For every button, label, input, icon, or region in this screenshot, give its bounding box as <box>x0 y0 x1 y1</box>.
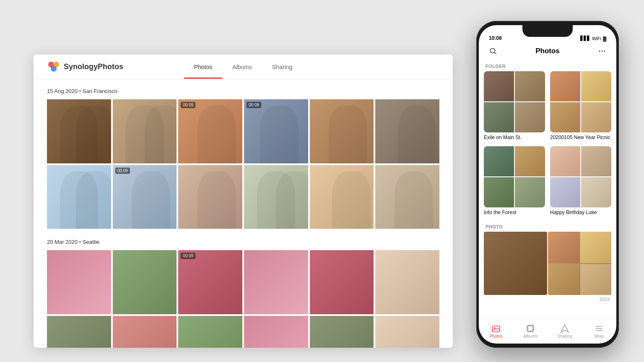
photo-cell[interactable]: 00:09 <box>244 99 308 163</box>
thumb-cell <box>515 177 545 207</box>
phone-screen: 10:08 ▋▋▋ WiFi ▓ Photos <box>479 25 616 344</box>
photo-cell[interactable] <box>244 250 308 314</box>
photo-cell[interactable]: 00:09 <box>178 250 242 314</box>
more-nav-icon <box>595 324 604 333</box>
sharing-nav-icon <box>560 324 569 333</box>
svg-marker-12 <box>561 325 569 332</box>
logo-text: SynologyPhotos <box>64 62 123 71</box>
folder-name: Happy Birthday Luke <box>550 209 611 216</box>
photo-cell[interactable] <box>310 316 374 348</box>
photo-placeholder <box>178 165 242 229</box>
photo-cell[interactable] <box>375 316 439 348</box>
folder-item-birthday[interactable]: Happy Birthday Luke <box>550 146 611 216</box>
photo-cell[interactable] <box>310 99 374 163</box>
thumb-cell <box>484 71 514 101</box>
more-icon[interactable] <box>596 45 608 57</box>
photo-placeholder <box>47 316 111 348</box>
photo-cell[interactable]: 00:09 <box>113 165 177 229</box>
photo-cell[interactable] <box>113 250 177 314</box>
desktop-app: SynologyPhotos Photos Albums Sharing 15 … <box>34 54 453 348</box>
folder-thumb <box>484 71 545 132</box>
phone-bottom-nav: Photos Albums Sharing <box>479 318 616 344</box>
thumb-cell <box>515 71 545 101</box>
bottom-nav-sharing[interactable]: Sharing <box>548 319 582 344</box>
photo-cell[interactable] <box>113 99 177 163</box>
photo-grid-seattle-row1: 00:09 <box>47 250 439 314</box>
svg-point-2 <box>51 66 57 72</box>
tab-sharing[interactable]: Sharing <box>262 55 302 79</box>
search-icon[interactable] <box>487 45 499 57</box>
thumb-cell <box>550 71 580 101</box>
phone-photo-cell[interactable] <box>580 264 612 295</box>
photo-placeholder <box>375 316 439 348</box>
tab-albums[interactable]: Albums <box>222 55 262 79</box>
wifi-icon: WiFi <box>592 36 601 41</box>
phone-photo-cell[interactable] <box>580 232 612 263</box>
photo-cell[interactable] <box>310 250 374 314</box>
photo-cell[interactable] <box>375 165 439 229</box>
photo-cell[interactable] <box>113 316 177 348</box>
folder-item-newyear[interactable]: 20200105 New Year Picnic <box>550 71 611 141</box>
photo-cell[interactable] <box>47 316 111 348</box>
photo-placeholder <box>47 99 111 163</box>
photo-cell[interactable] <box>178 316 242 348</box>
thumb-cell <box>484 102 514 132</box>
signal-icon: ▋▋▋ <box>580 36 590 41</box>
date-label-1: 15 Ang 2020 • San Francisco <box>47 88 439 94</box>
folder-item-exile[interactable]: Exile on Main St. <box>484 71 545 141</box>
phone-app-header: Photos <box>479 44 616 60</box>
photo-placeholder <box>310 165 374 229</box>
bottom-nav-albums[interactable]: Albums <box>513 319 548 344</box>
photo-cell[interactable] <box>47 250 111 314</box>
folder-name: 20200105 New Year Picnic <box>550 134 611 141</box>
phone-wrapper: 10:08 ▋▋▋ WiFi ▓ Photos <box>476 21 619 348</box>
photo-placeholder <box>178 316 242 348</box>
phone-photo-cell[interactable] <box>548 264 579 295</box>
thumb-cell <box>515 146 545 176</box>
app-content: 15 Ang 2020 • San Francisco <box>34 80 453 348</box>
folder-thumb <box>550 146 611 207</box>
photo-placeholder <box>310 99 374 163</box>
phone-photo-preview <box>479 232 616 295</box>
folder-name: Exile on Main St. <box>484 134 545 141</box>
folder-item-forest[interactable]: Into the Forest <box>484 146 545 216</box>
photo-cell[interactable] <box>375 99 439 163</box>
photo-cell[interactable] <box>375 250 439 314</box>
bottom-nav-photos[interactable]: Photos <box>479 319 513 344</box>
photo-placeholder <box>375 99 439 163</box>
tab-photos[interactable]: Photos <box>184 55 223 79</box>
date-label-2: 20 Mar 2020 • Seattle <box>47 239 439 245</box>
synology-logo-icon <box>47 60 60 74</box>
photo-placeholder <box>244 316 308 348</box>
photo-cell[interactable] <box>244 165 308 229</box>
folder-name: Into the Forest <box>484 209 545 216</box>
bottom-nav-label-sharing: Sharing <box>558 334 572 339</box>
photo-placeholder <box>178 99 242 163</box>
photo-grid-sf-row1: 00:09 00:09 <box>47 99 439 163</box>
date-group-sanfrancisco: 15 Ang 2020 • San Francisco <box>47 88 439 229</box>
photo-placeholder <box>113 165 177 229</box>
phone-title: Photos <box>499 47 596 55</box>
phone-photo-cell[interactable] <box>548 232 579 263</box>
phone-photo-cell[interactable] <box>484 232 547 295</box>
photos-nav-icon <box>491 324 501 333</box>
photo-placeholder <box>178 250 242 314</box>
photo-cell[interactable] <box>178 165 242 229</box>
photo-cell[interactable] <box>47 165 111 229</box>
date-group-seattle: 20 Mar 2020 • Seattle 00:09 <box>47 239 439 348</box>
photo-grid-seattle-row2 <box>47 316 439 348</box>
bottom-nav-more[interactable]: More <box>582 319 616 344</box>
photo-cell[interactable] <box>47 99 111 163</box>
svg-point-9 <box>494 327 496 329</box>
photo-placeholder <box>47 250 111 314</box>
photo-cell[interactable] <box>244 316 308 348</box>
photo-cell[interactable] <box>310 165 374 229</box>
photo-placeholder <box>47 165 111 229</box>
app-header: SynologyPhotos Photos Albums Sharing <box>34 54 453 80</box>
bottom-nav-label-photos: Photos <box>489 334 502 339</box>
svg-line-4 <box>494 52 496 54</box>
nav-tabs: Photos Albums Sharing <box>184 55 303 79</box>
photo-placeholder <box>375 250 439 314</box>
photo-placeholder <box>113 99 177 163</box>
photo-cell[interactable]: 00:09 <box>178 99 242 163</box>
